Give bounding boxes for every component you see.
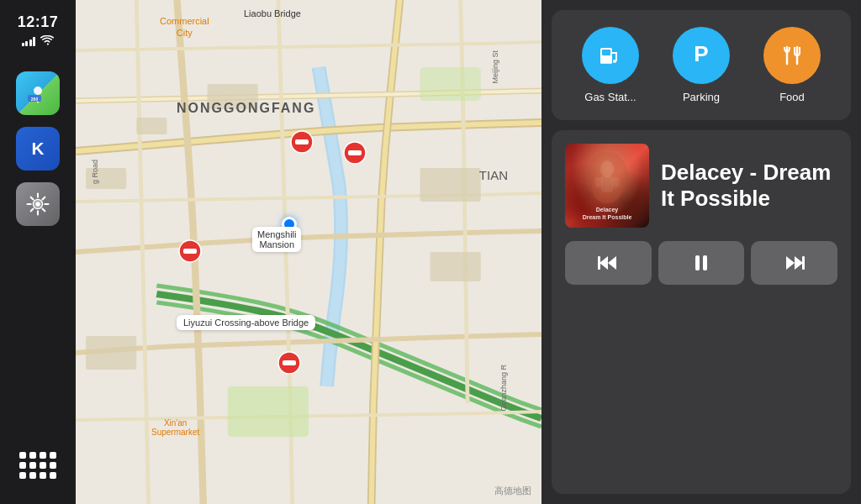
svg-text:K: K	[32, 139, 45, 158]
svg-marker-45	[600, 256, 608, 270]
svg-rect-16	[420, 67, 480, 101]
commercial-city-label: CommercialCity	[160, 15, 209, 39]
app-icon-settings[interactable]	[16, 182, 60, 226]
svg-line-11	[31, 197, 34, 200]
svg-line-12	[43, 209, 45, 212]
pause-button[interactable]	[658, 241, 745, 285]
guanzhang-road-label: Guanzhang R	[499, 365, 508, 412]
status-bar: 12:17	[0, 10, 76, 58]
svg-marker-46	[608, 256, 616, 270]
svg-rect-42	[601, 176, 613, 192]
gas-station-label: Gas Stat...	[584, 91, 636, 103]
app-list: 260 K	[16, 71, 60, 444]
svg-rect-15	[228, 386, 309, 437]
svg-rect-18	[136, 118, 166, 134]
svg-rect-52	[802, 256, 805, 270]
meijing-street-label: Meijing St	[491, 50, 499, 84]
g-road-label: g Road	[91, 160, 99, 184]
tian-label: TIAN	[479, 168, 508, 182]
svg-rect-49	[703, 255, 707, 270]
svg-point-1	[34, 87, 42, 95]
svg-text:P: P	[694, 41, 708, 66]
no-entry-sign-2	[343, 141, 367, 165]
poi-gas-station[interactable]: Gas Stat...	[582, 27, 639, 103]
music-info: Delacey Dream It Possible Delacey - Drea…	[565, 144, 837, 228]
food-label: Food	[779, 91, 805, 103]
svg-marker-50	[786, 256, 795, 270]
music-player: Delacey Dream It Possible Delacey - Drea…	[552, 130, 851, 494]
svg-rect-26	[348, 150, 362, 155]
poi-food[interactable]: Food	[763, 27, 821, 103]
supermarket-label: Xin'anSupermarket	[151, 418, 199, 437]
sidebar: 12:17	[0, 0, 76, 504]
svg-marker-51	[795, 256, 803, 270]
clock: 12:17	[18, 13, 59, 31]
track-title: Delacey - Dream It Possible	[661, 160, 837, 212]
svg-rect-48	[695, 255, 700, 270]
svg-rect-43	[595, 177, 602, 187]
svg-rect-24	[295, 139, 309, 144]
svg-point-33	[613, 60, 616, 63]
right-panel: Gas Stat... P Parking	[541, 0, 861, 504]
svg-rect-34	[600, 61, 612, 64]
svg-point-41	[600, 160, 614, 177]
music-controls	[565, 241, 837, 285]
poi-parking[interactable]: P Parking	[673, 27, 730, 103]
food-icon	[763, 27, 821, 84]
parking-label: Parking	[683, 91, 720, 103]
app-grid-button[interactable]	[16, 444, 60, 487]
svg-line-13	[43, 197, 45, 200]
svg-rect-47	[598, 256, 600, 270]
grid-icon	[19, 452, 56, 479]
wifi-icon	[40, 34, 54, 48]
svg-point-6	[35, 202, 40, 207]
svg-rect-30	[283, 360, 296, 365]
app-icon-kiwi[interactable]: K	[16, 127, 60, 171]
bridge-label: Liaobu Bridge	[244, 8, 301, 18]
svg-text:260: 260	[31, 97, 39, 102]
svg-line-14	[31, 209, 34, 212]
no-entry-sign-3	[178, 239, 202, 263]
svg-rect-32	[602, 50, 610, 55]
mansion-label: MengshiliMansion	[252, 227, 301, 252]
svg-rect-21	[430, 252, 481, 281]
album-art-text: Delacey Dream It Possible	[565, 206, 649, 221]
gas-station-icon	[582, 27, 639, 84]
svg-rect-44	[612, 177, 619, 187]
map-view[interactable]: CommercialCity Liaobu Bridge NONGGONGFAN…	[76, 0, 541, 504]
album-art: Delacey Dream It Possible	[565, 144, 649, 228]
signal-icon	[22, 36, 36, 46]
app-icon-maps[interactable]: 260	[16, 71, 60, 115]
no-entry-sign-4	[277, 351, 301, 375]
crossing-bridge-label: Liyuzui Crossing-above Bridge	[177, 315, 315, 330]
no-entry-sign-1	[290, 130, 314, 154]
svg-rect-20	[420, 168, 480, 202]
signal-row	[22, 34, 55, 48]
previous-button[interactable]	[565, 241, 652, 285]
svg-rect-22	[86, 336, 136, 370]
svg-rect-28	[183, 249, 197, 254]
map-watermark: 高德地图	[494, 485, 531, 497]
nonggongfang-label: NONGGONGFANG	[177, 101, 315, 116]
poi-shortcuts: Gas Stat... P Parking	[552, 10, 851, 120]
parking-icon: P	[673, 27, 730, 84]
next-button[interactable]	[751, 241, 837, 285]
